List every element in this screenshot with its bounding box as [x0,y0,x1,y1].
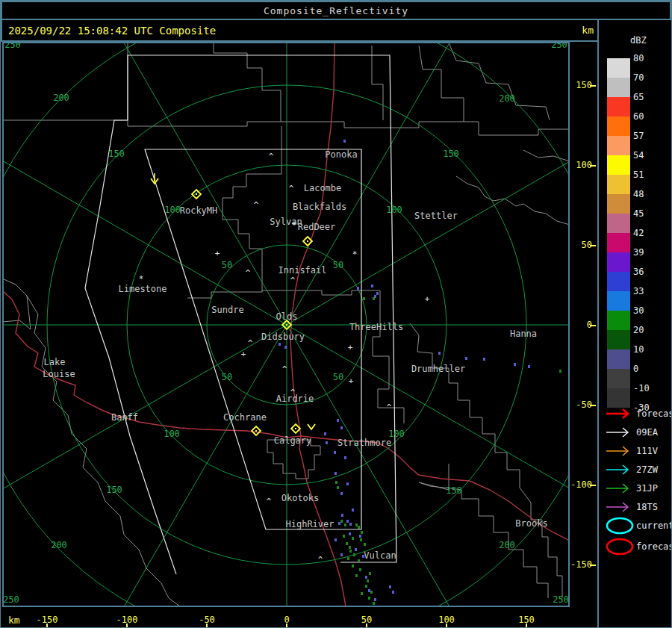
reflectivity-echo-moderate [352,565,354,568]
county-boundary-line [523,150,570,161]
radar-site-center-dot [196,193,197,195]
reflectivity-echo-weak [340,553,343,556]
reflectivity-echo-weak [368,589,370,592]
right-axis-tick-label: 150 [570,80,592,90]
reflectivity-echo-weak [376,292,379,295]
radar-site-center-dot [295,428,296,429]
dbz-scale-label: 0 [633,364,638,374]
radar-map-panel: 5010015020050100150200501001502005010015… [2,42,570,607]
reflectivity-echo-weak [334,451,336,454]
reflectivity-echo-weak [344,456,346,459]
reflectivity-echo-weak [465,357,467,360]
right-axis-tick-label: -150 [570,559,592,570]
dbz-scale-label: 42 [633,228,644,238]
legend-label: forecast [636,408,672,419]
city-label-strathmore: Strathmore [337,438,391,448]
city-label-reddeer: RedDeer [298,222,336,232]
city-label-stettler: Stettler [414,211,458,221]
legend-label: 31JP [636,483,658,494]
radar-site-center-dot [286,324,287,326]
dbz-scale-label: 36 [633,267,644,277]
legend-arrow-glyph [605,460,635,479]
azimuth-radial-120deg [287,325,570,534]
window-title: Composite_Reflectivity [1,1,671,20]
reflectivity-echo-moderate [373,297,375,300]
obstacle-symbol-plus: + [241,349,246,359]
reflectivity-echo-weak [392,591,394,594]
city-label-cochrane: Cochrane [223,412,267,423]
city-label-blackfalds: Blackfalds [293,202,346,212]
reflectivity-echo-weak [528,365,530,368]
legend-label: 09EA [636,427,658,438]
reflectivity-echo-weak [374,598,376,601]
obstacle-symbol-caret: ^ [318,555,323,565]
range-ring-label: 200 [499,93,515,104]
right-axis-tick-label: -100 [570,479,592,490]
obstacle-symbol-caret: ^ [290,276,296,285]
obstacle-symbol-caret: ^ [267,497,272,506]
map-layers: 5010015020050100150200501001502005010015… [2,42,570,607]
legend-arrow-glyph [605,441,635,461]
right-axis-tick-label: 50 [570,240,592,250]
city-label-brooks: Brooks [515,518,547,529]
city-label-lacombe: Lacombe [304,183,342,193]
obstacle-symbol-caret: ^ [248,338,253,348]
azimuth-radial-210deg [78,325,287,607]
dbz-scale-block [607,330,630,349]
reflectivity-echo-weak [335,538,337,541]
dbz-scale-label: -10 [633,383,650,394]
dbz-scale-label: 39 [633,247,644,258]
legend-label: forecast [636,541,672,552]
city-label-rockymh: RockyMH [180,205,218,216]
reflectivity-echo-weak [355,548,357,551]
city-label-ponoka: Ponoka [325,149,357,160]
obstacle-symbol-caret: ^ [246,268,251,278]
range-ring-label: 50 [222,372,232,382]
dbz-scale-block [607,252,630,272]
dbz-scale-block [607,214,630,233]
city-label-okotoks: Okotoks [281,493,320,503]
motion-arrow-head [308,424,315,429]
bottom-axis-unit-label: km [8,615,20,626]
right-axis-tick-mark [590,485,596,486]
legend-ellipse-glyph [605,537,635,556]
county-boundary-line [2,120,570,135]
reflectivity-echo-weak [365,576,367,579]
dbz-scale-label: 65 [633,92,644,102]
reflectivity-echo-weak [359,535,361,538]
county-boundary-line [419,464,548,598]
reflectivity-echo-moderate [361,592,363,595]
legend-arrow-glyph [605,423,635,442]
reflectivity-echo-moderate [349,550,352,553]
range-ring-label: 200 [499,540,515,550]
city-label-louise: Louise [43,369,75,379]
bottom-axis: km -150-100-50050100150 [1,608,597,628]
dbz-scale-block [607,155,630,175]
right-axis-tick-mark [590,325,596,326]
reflectivity-echo-moderate [365,585,367,588]
range-ring-label: 50 [333,260,343,270]
legend-label: 111V [636,446,658,456]
county-boundary-line [214,43,281,122]
bottom-axis-tick-mark [286,624,287,628]
reflectivity-echo-moderate [367,579,369,582]
bottom-axis-tick-mark [126,624,128,628]
reflectivity-echo-moderate [352,537,354,540]
product-datetime: 2025/09/22 15:08:42 UTC Composite [1,20,599,42]
reflectivity-echo-weak [514,363,516,366]
reflectivity-echo-moderate [344,523,346,526]
dbz-scale-block [607,194,630,214]
right-axis-tick-label: 100 [570,160,592,170]
radar-site-center-dot [255,430,257,432]
obstacle-symbol-caret: ^ [269,152,274,161]
obstacle-symbol-plus: + [215,249,220,258]
reflectivity-echo-weak [326,441,328,444]
dbz-scale-label: 33 [633,286,644,296]
dbz-scale-label: 54 [633,150,644,161]
radar-map-canvas[interactable]: 5010015020050100150200501001502005010015… [2,42,570,607]
reflectivity-echo-moderate [346,542,348,545]
reflectivity-echo-weak [324,432,326,435]
city-label-didsbury: Didsbury [261,332,305,342]
dbz-scale-block [607,349,630,369]
city-label-banff: Banff [111,412,138,423]
